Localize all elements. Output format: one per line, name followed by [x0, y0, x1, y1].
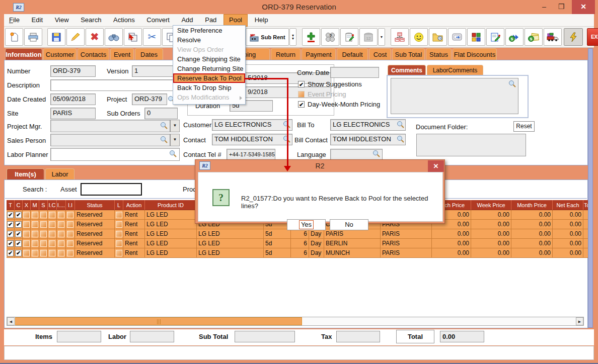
table-cell-qty[interactable]: 6: [291, 229, 309, 239]
table-cell-description[interactable]: LG LED: [197, 229, 264, 239]
table-cell-product_id[interactable]: LG LED: [145, 229, 197, 239]
table-cell-s[interactable]: [39, 210, 48, 220]
sales-person-search-icon[interactable]: [160, 136, 168, 143]
menu-file[interactable]: File: [4, 14, 25, 27]
table-cell-idots[interactable]: [57, 220, 66, 229]
table-cell-l[interactable]: [115, 220, 123, 229]
tab-flat-discounts[interactable]: Flat Discounts: [453, 48, 497, 60]
table-cell-duration[interactable]: 5d: [264, 239, 291, 248]
pool-menu-site-preference[interactable]: Site Preference: [173, 26, 245, 35]
unchecked-checkbox[interactable]: [40, 212, 47, 218]
table-row[interactable]: ✔✔ReservedRentLG LEDLG LED5d6DayMUNICHPA…: [7, 248, 588, 258]
column-header-status[interactable]: Status: [75, 200, 115, 210]
table-cell-ii[interactable]: [66, 239, 75, 248]
table-cell-tot[interactable]: 0.00: [583, 229, 588, 239]
description-input[interactable]: [50, 79, 185, 91]
table-cell-idots[interactable]: [57, 210, 66, 220]
asset-search-input[interactable]: [81, 183, 142, 196]
close-button[interactable]: ✕: [572, 0, 595, 14]
tab-information[interactable]: Information: [5, 48, 42, 60]
column-header-c[interactable]: C: [15, 200, 23, 210]
unchecked-checkbox[interactable]: [32, 221, 38, 228]
tab-sub-total[interactable]: Sub Total: [392, 48, 425, 60]
tab-comments[interactable]: Comments: [388, 65, 426, 75]
table-cell-l[interactable]: [115, 239, 123, 248]
table-cell-ic[interactable]: [48, 220, 57, 229]
unchecked-checkbox[interactable]: [116, 231, 122, 237]
unchecked-checkbox[interactable]: [23, 221, 30, 228]
checked-checkbox[interactable]: ✔: [15, 212, 22, 218]
availability-button[interactable]: ?: [321, 28, 339, 46]
unchecked-checkbox[interactable]: [67, 221, 73, 228]
table-cell-c[interactable]: ✔: [15, 210, 23, 220]
table-cell-action[interactable]: Rent: [123, 239, 145, 248]
tab-customer[interactable]: Customer: [43, 48, 77, 60]
column-header-net_each[interactable]: Net Each: [553, 200, 583, 210]
tab-labor-comments[interactable]: LaborComments: [427, 65, 483, 75]
unchecked-checkbox[interactable]: [67, 250, 73, 256]
show-suggestions-option[interactable]: ✔ Show Suggestions: [298, 80, 362, 88]
table-cell-duration[interactable]: 5d: [264, 248, 291, 258]
project-mgr-dropdown[interactable]: ▼: [170, 120, 180, 132]
unchecked-checkbox[interactable]: [32, 240, 38, 247]
table-cell-unit[interactable]: Day: [309, 248, 324, 258]
scroll-left-button[interactable]: ◀: [7, 317, 15, 325]
table-cell-tot[interactable]: 0.00: [583, 210, 588, 220]
bill-to-search-icon[interactable]: [397, 121, 404, 128]
table-cell-x[interactable]: [23, 248, 31, 258]
billing-notes-button[interactable]: $: [525, 28, 543, 46]
column-header-idots[interactable]: I....: [57, 200, 66, 210]
unchecked-checkbox[interactable]: [49, 212, 55, 218]
unchecked-checkbox[interactable]: [67, 240, 73, 247]
scroll-right-button[interactable]: ▶: [576, 317, 583, 325]
menu-search[interactable]: Search: [76, 14, 106, 27]
table-cell-net_each[interactable]: 0.00: [553, 220, 583, 229]
column-header-month_price[interactable]: Month Price: [511, 200, 553, 210]
table-cell-warehouse[interactable]: PARIS: [381, 248, 432, 258]
unchecked-checkbox[interactable]: [32, 250, 38, 256]
table-cell-c[interactable]: ✔: [15, 220, 23, 229]
scrollbar-thumb[interactable]: [15, 317, 302, 325]
table-cell-unit[interactable]: Day: [309, 229, 324, 239]
minimize-button[interactable]: –: [537, 0, 552, 13]
horizontal-scrollbar[interactable]: ◀ ▶: [7, 317, 584, 326]
table-cell-warehouse[interactable]: PARIS: [381, 229, 432, 239]
checked-checkbox[interactable]: ✔: [15, 231, 22, 237]
table-cell-month_price[interactable]: 0.00: [511, 210, 553, 220]
exit-button[interactable]: EXIT: [587, 28, 598, 46]
table-cell-s[interactable]: [39, 248, 48, 258]
table-cell-s[interactable]: [39, 239, 48, 248]
column-header-action[interactable]: Action: [123, 200, 145, 210]
quick-mode-button[interactable]: [564, 28, 583, 46]
day-week-month-checkbox[interactable]: ✔: [298, 101, 305, 108]
table-cell-idots[interactable]: [57, 248, 66, 258]
table-cell-ic[interactable]: [48, 248, 57, 258]
table-cell-week_price[interactable]: 0.00: [471, 248, 511, 258]
unchecked-checkbox[interactable]: [40, 240, 47, 247]
table-cell-action[interactable]: Rent: [123, 210, 145, 220]
table-cell-ic[interactable]: [48, 229, 57, 239]
quick-invoice-button[interactable]: $: [505, 28, 524, 46]
checked-checkbox[interactable]: ✔: [15, 250, 22, 256]
table-row[interactable]: ✔✔ReservedRentLG LEDLG LED5d6DayPARISPAR…: [7, 229, 588, 239]
yes-button[interactable]: Yes: [287, 219, 326, 230]
table-cell-ic[interactable]: [48, 210, 57, 220]
table-cell-product_id[interactable]: LG LED: [145, 248, 197, 258]
unchecked-checkbox[interactable]: [116, 240, 122, 247]
table-cell-l[interactable]: [115, 248, 123, 258]
crew-button[interactable]: [410, 28, 428, 46]
save-button[interactable]: [47, 28, 65, 46]
unchecked-checkbox[interactable]: [49, 231, 55, 237]
sales-person-dropdown[interactable]: ▼: [170, 134, 180, 146]
tab-dates[interactable]: Dates: [135, 48, 163, 60]
table-cell-ii[interactable]: [66, 220, 75, 229]
column-header-product_id[interactable]: Product ID: [145, 200, 197, 210]
table-cell-m[interactable]: [31, 239, 39, 248]
column-header-m[interactable]: M: [31, 200, 39, 210]
pool-menu-back-to-drop-ship[interactable]: Back To Drop Ship: [173, 83, 245, 93]
table-cell-status[interactable]: Reserved: [75, 239, 115, 248]
checked-checkbox[interactable]: ✔: [7, 212, 14, 218]
checked-checkbox[interactable]: ✔: [7, 231, 14, 237]
notes-button[interactable]: [340, 28, 358, 46]
checked-checkbox[interactable]: ✔: [7, 250, 14, 256]
